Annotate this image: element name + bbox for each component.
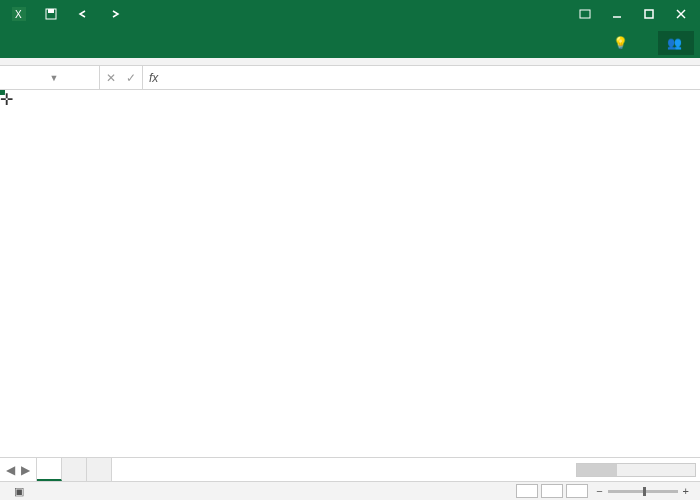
lightbulb-icon: 💡 (613, 36, 628, 50)
tab-review[interactable] (138, 38, 160, 48)
quickaccess-save-icon[interactable] (36, 4, 66, 24)
quickaccess-undo-icon[interactable] (68, 4, 98, 24)
sheet-tab-1[interactable] (62, 458, 87, 481)
close-button[interactable] (666, 4, 696, 24)
chevron-down-icon[interactable]: ▼ (50, 73, 94, 83)
fx-icon[interactable]: fx (143, 71, 164, 85)
cell-cursor-icon: ✛ (0, 90, 13, 109)
formula-input[interactable] (164, 66, 700, 89)
svg-text:X: X (15, 9, 22, 20)
share-button[interactable]: 👥 (658, 31, 694, 55)
svg-rect-6 (645, 10, 653, 18)
tell-me[interactable]: 💡 (604, 31, 640, 55)
tab-developer[interactable] (182, 38, 204, 48)
ribbon-display-options-icon[interactable] (570, 4, 600, 24)
sheet-nav-next-icon[interactable]: ▶ (21, 463, 30, 477)
horizontal-scrollbar[interactable] (576, 463, 696, 477)
sheet-nav-prev-icon[interactable]: ◀ (6, 463, 15, 477)
svg-rect-3 (48, 9, 54, 13)
quickaccess-redo-icon[interactable] (100, 4, 130, 24)
tab-insert[interactable] (50, 38, 72, 48)
zoom-in-button[interactable]: + (683, 485, 689, 497)
sheet-nav[interactable]: ◀ ▶ (0, 458, 37, 481)
statusbar: ▣ − + (0, 481, 700, 500)
macro-record-icon[interactable]: ▣ (14, 485, 24, 498)
minimize-button[interactable] (602, 4, 632, 24)
quickaccess-excel-icon[interactable]: X (4, 4, 34, 24)
tab-home[interactable] (28, 38, 50, 48)
zoom-out-button[interactable]: − (596, 485, 602, 497)
tab-view[interactable] (160, 38, 182, 48)
share-icon: 👥 (667, 36, 682, 50)
name-box[interactable]: ▼ (0, 66, 100, 89)
tab-file[interactable] (6, 38, 28, 48)
view-pagebreak-button[interactable] (566, 484, 588, 498)
maximize-button[interactable] (634, 4, 664, 24)
titlebar: X (0, 0, 700, 28)
sheet-tab-bar: ◀ ▶ (0, 457, 700, 481)
sheet-tab-0[interactable] (37, 458, 62, 481)
sheet-add-button[interactable] (112, 458, 128, 481)
ribbon-body-collapsed (0, 58, 700, 66)
svg-rect-4 (580, 10, 590, 18)
tab-formulas[interactable] (94, 38, 116, 48)
view-pagelayout-button[interactable] (541, 484, 563, 498)
tab-data[interactable] (116, 38, 138, 48)
worksheet-grid[interactable]: ✛ (0, 90, 700, 457)
ribbon-tabs: 💡 👥 (0, 28, 700, 58)
active-cell-outline (0, 90, 4, 94)
formula-bar-row: ▼ ✕ ✓ fx (0, 66, 700, 90)
signin-button[interactable] (640, 38, 658, 48)
tab-pagelayout[interactable] (72, 38, 94, 48)
sheet-tab-2[interactable] (87, 458, 112, 481)
view-normal-button[interactable] (516, 484, 538, 498)
zoom-slider[interactable] (608, 490, 678, 493)
cancel-formula-icon[interactable]: ✕ (106, 71, 116, 85)
enter-formula-icon[interactable]: ✓ (126, 71, 136, 85)
